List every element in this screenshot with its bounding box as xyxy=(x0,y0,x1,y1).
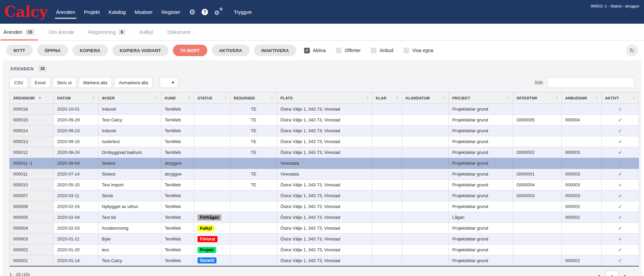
column-header-offertnr[interactable]: OFFERTNR▲▼ xyxy=(513,92,562,104)
next-page-button[interactable]: ▶ xyxy=(624,271,628,276)
ta-bort-button[interactable]: TA BORT xyxy=(173,45,207,56)
sort-icons: ▲▼ xyxy=(186,96,190,100)
csv-button[interactable]: CSV xyxy=(9,77,28,88)
gear-icon[interactable]: ⚙ xyxy=(189,8,196,16)
cell-resurser: TE xyxy=(230,115,277,125)
checkbox-icon xyxy=(336,48,342,53)
filter-checkbox-offerter[interactable]: Offerter xyxy=(336,48,361,53)
refresh-button[interactable]: ↻ xyxy=(626,44,638,56)
nav-user-menu[interactable]: Tryggve xyxy=(234,9,252,15)
search-input[interactable] xyxy=(547,77,635,88)
table-row[interactable]: 0000072020-03-11SkolaTenWebÖstra Välje 1… xyxy=(10,190,639,201)
column-header-klar[interactable]: KLAR▲▼ xyxy=(372,92,402,104)
cell-arendenr: 000011~1 xyxy=(10,158,54,169)
cell-arendenr: 000011 xyxy=(10,169,54,180)
column-header-resurser[interactable]: RESURSER▲▼ xyxy=(230,92,277,104)
tab-label: Om ärende xyxy=(49,29,74,35)
table-row[interactable]: 0000042020-02-03AvstämmningTenWebKalkylÖ… xyxy=(10,223,639,234)
cell-aktivt: ✔ xyxy=(602,234,639,245)
skriv-ut-button[interactable]: Skriv ut xyxy=(52,77,76,88)
column-header-kund[interactable]: KUND▲▼ xyxy=(161,92,194,104)
nav-item-katalog[interactable]: Katalog xyxy=(109,0,126,24)
cell-avser: Test tid xyxy=(98,212,161,223)
column-header-plats[interactable]: PLATS▲▼ xyxy=(277,92,372,104)
checkbox-icon xyxy=(404,48,409,53)
cell-klardatum xyxy=(402,136,449,147)
filter-checkbox-aktiva[interactable]: Aktiva xyxy=(304,48,326,53)
cases-panel: ÄRENDEN 15 CSVExcelSkriv utMarkera allaA… xyxy=(3,60,641,276)
table-row[interactable]: 0000052020-02-04Test tidTenWebFörfråganÖ… xyxy=(10,212,639,223)
table-row[interactable]: 0000012020-01-14Test CalcyTenWebGarantiÖ… xyxy=(10,255,639,266)
cell-arendenr: 000015 xyxy=(10,115,54,125)
filter-checkbox-visa-egna[interactable]: Visa egna xyxy=(404,48,433,53)
table-row[interactable]: 0000102020-05-15Test ImportTenWebTEÖstra… xyxy=(10,180,639,190)
avmarkera-alla-button[interactable]: Avmarkera alla xyxy=(114,77,153,88)
excel-button[interactable]: Excel xyxy=(30,77,50,88)
sort-icons: ▲▼ xyxy=(269,96,273,100)
kopiera-variant-button[interactable]: KOPIERA VARIANT xyxy=(112,45,168,56)
tab-kalkyl[interactable]: Kalkyl xyxy=(140,24,153,40)
cell-anbudsnr: 000004 xyxy=(562,115,602,125)
tab-registrering[interactable]: Registrering6 xyxy=(88,24,125,40)
cell-projekt: Projektdelar grund xyxy=(449,223,513,234)
cell-klardatum xyxy=(402,190,449,201)
cell-plats: Virestada xyxy=(277,169,372,180)
prev-page-button[interactable]: ◀ xyxy=(595,271,600,276)
page-number-button[interactable]: 1 xyxy=(605,271,619,276)
column-header-inner: AVSER▲▼ xyxy=(102,96,158,100)
cell-anbudsnr: 000003 xyxy=(562,180,602,190)
active-check-icon: ✔ xyxy=(618,117,622,123)
column-header-avser[interactable]: AVSER▲▼ xyxy=(98,92,161,104)
table-row[interactable]: 000011~12020-08-04SlutestatryggveViresta… xyxy=(10,158,639,169)
column-header-inner: PLATS▲▼ xyxy=(280,96,369,100)
column-header-ärendenr[interactable]: ÄRENDENR▼ xyxy=(10,92,54,104)
column-header-aktivt[interactable]: AKTIVT▲▼ xyxy=(602,92,639,104)
help-icon[interactable]: ? xyxy=(202,9,208,15)
cell-avser: Skola xyxy=(98,190,161,201)
cell-offertnr xyxy=(513,104,562,115)
nav-item-projekt[interactable]: Projekt xyxy=(84,0,100,24)
column-header-klardatum[interactable]: KLARDATUM▲▼ xyxy=(402,92,449,104)
checkbox-icon xyxy=(371,48,376,53)
app-logo[interactable]: Calcy xyxy=(4,0,47,24)
column-header-datum[interactable]: DATUM▲▼ xyxy=(54,92,98,104)
öppna-button[interactable]: ÖPPNA xyxy=(37,45,68,56)
table-row[interactable]: 0000132020-09-15IsolertestTenWebTEÖstra … xyxy=(10,136,639,147)
column-header-status[interactable]: STATUS▲▼ xyxy=(194,92,230,104)
cell-plats: Östra Välje 1, 343 73, Virestad xyxy=(277,190,372,201)
nytt-button[interactable]: NYTT xyxy=(6,45,33,56)
cogs-icon[interactable]: ⚙⚙ xyxy=(214,8,223,16)
column-label: OFFERTNR xyxy=(516,96,537,100)
table-row[interactable]: 0000162020-10-01IndustriTenWebTEÖstra Vä… xyxy=(10,104,639,115)
table-row[interactable]: 0000122020-08-24Ombyggnad badrumTenWebTE… xyxy=(10,147,639,158)
cell-klardatum xyxy=(402,245,449,255)
table-row[interactable]: 0000022020-01-20testTenWebProjektÖstra V… xyxy=(10,245,639,255)
page-size-select[interactable]: ▼ xyxy=(160,77,179,88)
active-check-icon: ✔ xyxy=(618,225,622,231)
tab-om-ärende[interactable]: Om ärende xyxy=(49,24,74,40)
nav-item-register[interactable]: Register xyxy=(161,0,180,24)
column-header-inner: DATUM▲▼ xyxy=(57,96,95,100)
table-row[interactable]: 0000112020-07-14SlutestatryggveTEViresta… xyxy=(10,169,639,180)
filter-checkbox-anbud[interactable]: Anbud xyxy=(371,48,393,53)
aktivera-button[interactable]: AKTIVERA xyxy=(212,45,250,56)
column-header-anbudsnr[interactable]: ANBUDSNR▲▼ xyxy=(562,92,602,104)
table-row[interactable]: 0000142020-09-23IndustriTenWebTEÖstra Vä… xyxy=(10,125,639,136)
tab-bar: Ärenden15Om ärendeRegistrering6KalkylDok… xyxy=(0,24,644,41)
markera-alla-button[interactable]: Markera alla xyxy=(78,77,112,88)
active-check-icon: ✔ xyxy=(618,204,622,209)
nav-item-ärenden[interactable]: Ärenden xyxy=(56,0,75,24)
result-range-text: 1 - 15 (15) xyxy=(9,269,30,276)
kopiera-button[interactable]: KOPIERA xyxy=(72,45,108,56)
table-row[interactable]: 0000152020-09-29Test CalcyTenWebTEÖstra … xyxy=(10,115,639,125)
cell-klar xyxy=(372,180,402,190)
column-header-projekt[interactable]: PROJEKT▲▼ xyxy=(449,92,513,104)
status-badge: Kalkyl xyxy=(198,225,214,231)
table-row[interactable]: 0000032020-01-21ByteTenWebFörloratÖstra … xyxy=(10,234,639,245)
inaktivera-button[interactable]: INAKTIVERA xyxy=(254,45,296,56)
nav-item-msatser[interactable]: Msatser xyxy=(135,0,153,24)
tab-ärenden[interactable]: Ärenden15 xyxy=(3,24,34,40)
tab-dokument[interactable]: Dokument xyxy=(167,24,190,40)
cell-klardatum xyxy=(402,169,449,180)
table-row[interactable]: 0000062020-02-24Nybygget av uthusTenWebÖ… xyxy=(10,201,639,212)
